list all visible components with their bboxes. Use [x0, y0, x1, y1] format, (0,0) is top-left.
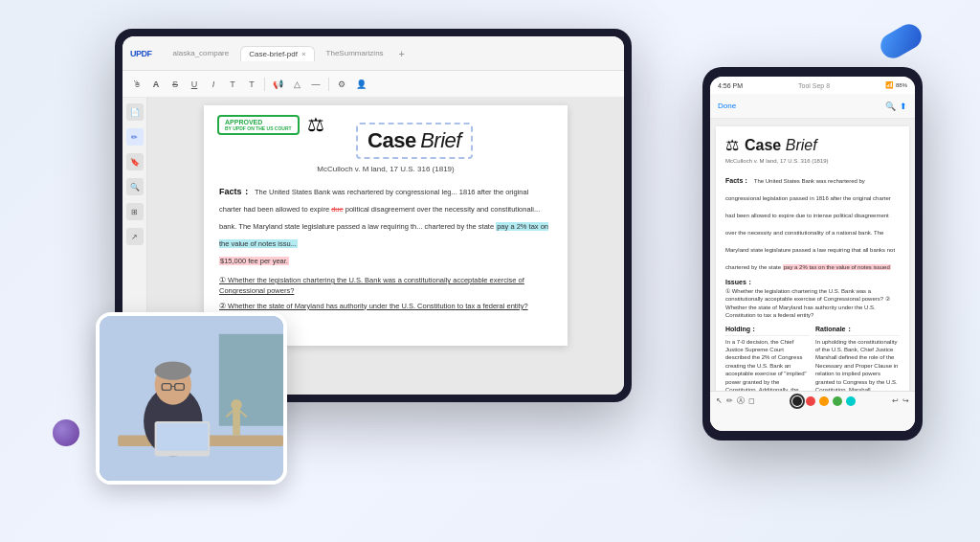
tablet-holding-label: Holding： [725, 325, 810, 336]
strikethrough-icon[interactable]: S [168, 78, 182, 91]
facts-body-text: The United States Bank was rechartered b… [219, 188, 548, 265]
pdf-title-italic: Brief [420, 128, 461, 152]
facts-label: Facts： [219, 187, 251, 196]
tablet-color-yellow[interactable] [819, 396, 829, 406]
tablet-battery: 88% [896, 82, 907, 88]
line-icon[interactable]: — [309, 78, 323, 91]
tablet-network: 📶 [885, 81, 894, 89]
decorative-blue-pill [877, 19, 926, 62]
tablet-color-black[interactable] [792, 396, 802, 406]
pdf-title-dashed-box: Case Brief [356, 123, 473, 159]
person-illustration [100, 316, 283, 481]
tablet-tool-pen-icon[interactable]: ✏ [726, 396, 733, 405]
issues-text-1: ① Whether the legislation chartering the… [219, 275, 552, 297]
tablet-tool-eraser-icon[interactable]: ◻ [748, 396, 755, 405]
pdf-page: APPROVED By UPDF on the US court ⚖ Case … [204, 105, 568, 346]
svg-point-7 [155, 362, 191, 380]
updf-toolbar: 🖱 A S U I T T 📢 △ — ⚙ 👤 [122, 71, 624, 98]
italic-icon[interactable]: I [207, 78, 220, 91]
sidebar-annotation-icon[interactable]: 🔖 [126, 153, 144, 170]
photo-background [100, 316, 283, 481]
text-color-icon[interactable]: T [245, 78, 258, 91]
tab-thesummarizins[interactable]: TheSummarizins [319, 46, 391, 60]
person-photo-overlay [96, 312, 287, 485]
sidebar-nav-icon[interactable]: 📄 [126, 103, 144, 121]
svg-rect-5 [157, 423, 209, 451]
tab-add-button[interactable]: + [395, 48, 409, 59]
scale-of-justice-icon: ⚖ [307, 113, 324, 136]
callout-icon[interactable]: 📢 [271, 78, 284, 91]
tablet-bottom-toolbar: ↖ ✏ Ⓐ ◻ ↩ ↪ [710, 391, 915, 431]
tablet-color-cyan[interactable] [846, 396, 856, 406]
updf-logo: UPDF [130, 49, 152, 58]
decorative-purple-ball [53, 419, 79, 446]
tablet-mockup: 4:56 PM Tool Sep 8 📶 88% Done 🔍 ⬆ [702, 67, 923, 440]
tablet-tool-forward-icon[interactable]: ↪ [902, 396, 909, 405]
tablet-title-text: Case Brief [745, 137, 817, 154]
tablet-facts-text: The United States Bank was rechartered b… [725, 178, 895, 270]
tablet-navbar: Done 🔍 ⬆ [710, 94, 915, 119]
tablet-rationale-label: Rationale： [815, 325, 900, 336]
tablet-battery-icons: 📶 88% [885, 81, 907, 89]
sidebar-pages-icon[interactable]: ⊞ [126, 203, 144, 220]
tablet-time: 4:56 PM [718, 82, 743, 89]
tablet-tool-back-icon[interactable]: ↩ [892, 396, 899, 405]
svg-rect-11 [233, 408, 240, 436]
tab-casebriefpdf[interactable]: Case-brief-pdf × [240, 46, 314, 61]
tablet-toolbar-row1: ↖ ✏ Ⓐ ◻ ↩ ↪ [716, 395, 909, 406]
tablet-tool-highlight-icon[interactable]: Ⓐ [737, 395, 745, 406]
approved-stamp: APPROVED By UPDF on the US court [217, 115, 300, 135]
tablet-case-name: McCulloch v. M land, 17 U.S. 316 (1819) [725, 158, 900, 164]
tablet-rationale-col: Rationale： In upholding the constitution… [815, 325, 900, 391]
pdf-facts-section: Facts： The United States Bank was rechar… [219, 181, 552, 267]
sidebar-search-icon[interactable]: 🔍 [126, 178, 144, 195]
shape-icon[interactable]: △ [290, 78, 303, 91]
tablet-pdf-area: ⚖ Case Brief McCulloch v. M land, 17 U.S… [710, 119, 915, 391]
tablet-holding-col: Holding： In a 7-0 decision, the Chief Ju… [725, 325, 810, 391]
tablet-color-green[interactable] [833, 396, 842, 406]
tablet-color-red[interactable] [806, 396, 815, 406]
tablet-issues-label: Issues： [725, 278, 900, 287]
sidebar-edit-icon[interactable]: ✏ [126, 128, 144, 146]
highlight-pink-text: $15,000 fee per year. [219, 257, 289, 265]
text-a-icon[interactable]: A [149, 78, 163, 91]
tablet-title-italic: Brief [786, 137, 817, 153]
tablet-highlight-pay-text: pay a 2% tax on the value of notes issue… [783, 264, 891, 270]
tablet-issues-section: Issues： ① Whether the legislation charte… [725, 278, 900, 320]
toolbar-separator-2 [328, 78, 329, 91]
tablet-two-col-section: Holding： In a 7-0 decision, the Chief Ju… [725, 325, 900, 391]
tablet-done-button[interactable]: Done [718, 102, 736, 110]
svg-rect-1 [219, 334, 283, 426]
tablet-facts-label: Facts： [725, 177, 749, 184]
highlight-cyan-text: pay a 2% tax on the value of notes issu.… [219, 222, 548, 248]
tab-area: alaska_compare Case-brief-pdf × TheSumma… [166, 46, 617, 61]
underline-icon[interactable]: U [188, 78, 201, 91]
tablet-pdf-page: ⚖ Case Brief McCulloch v. M land, 17 U.S… [716, 126, 909, 391]
tab-alaska[interactable]: alaska_compare [166, 46, 237, 60]
tablet-scale-icon: ⚖ [725, 136, 739, 154]
tablet-statusbar: 4:56 PM Tool Sep 8 📶 88% [710, 77, 915, 94]
tab-close-icon[interactable]: × [301, 50, 306, 58]
pdf-issues-section: ① Whether the legislation chartering the… [219, 275, 552, 311]
sidebar-share-icon[interactable]: ↗ [126, 228, 144, 245]
tablet-screen: 4:56 PM Tool Sep 8 📶 88% Done 🔍 ⬆ [710, 77, 915, 431]
toolbar-separator-1 [264, 78, 265, 91]
tablet-rationale-text: In upholding the constitutionality of th… [815, 338, 900, 391]
tablet-share-icon[interactable]: ⬆ [900, 102, 907, 111]
cursor-icon[interactable]: 🖱 [130, 78, 144, 91]
tablet-frame: 4:56 PM Tool Sep 8 📶 88% Done 🔍 ⬆ [702, 67, 923, 440]
tablet-holding-text: In a 7-0 decision, the Chief Justice Sup… [725, 338, 810, 391]
updf-topbar: UPDF alaska_compare Case-brief-pdf × The… [122, 36, 624, 71]
tablet-tool-cursor-icon[interactable]: ↖ [716, 396, 723, 405]
text-t-icon[interactable]: T [226, 78, 239, 91]
tablet-title-row: ⚖ Case Brief [725, 136, 900, 154]
tablet-search-icon[interactable]: 🔍 [885, 102, 896, 111]
pdf-title-bold: Case [368, 128, 416, 152]
pdf-case-name: McCulloch v. M land, 17 U.S. 316 (1819) [219, 165, 552, 173]
tablet-label: Tool Sep 8 [798, 82, 830, 89]
strikethrough-text: due [331, 205, 344, 214]
settings-icon[interactable]: ⚙ [335, 78, 348, 91]
user-icon[interactable]: 👤 [354, 78, 368, 91]
tablet-title-bold: Case [745, 137, 781, 153]
tablet-issues-text: ① Whether the legislation chartering the… [725, 287, 900, 320]
